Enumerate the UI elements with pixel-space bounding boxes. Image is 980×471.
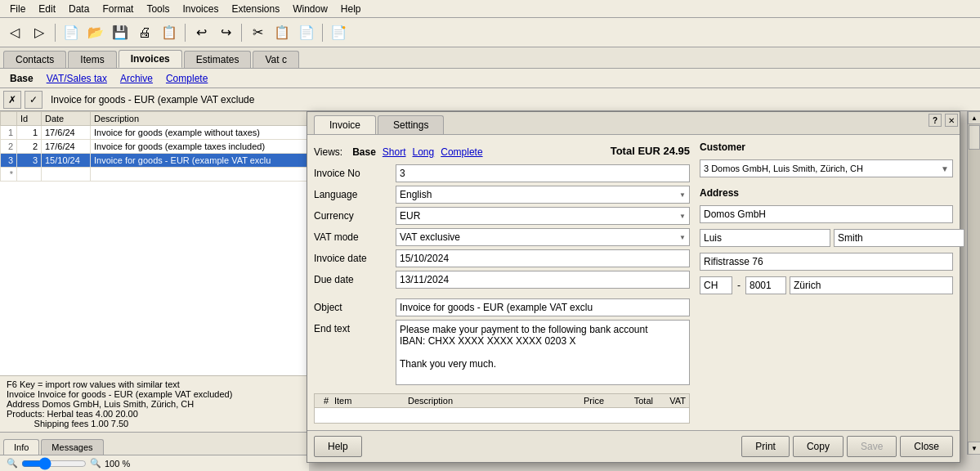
menu-extensions[interactable]: Extensions bbox=[225, 2, 286, 16]
close-button[interactable]: Close bbox=[900, 436, 953, 457]
end-text-input[interactable]: Please make your payment to the followin… bbox=[396, 320, 690, 385]
toolbar-redo[interactable]: ↪ bbox=[214, 21, 237, 44]
menu-tools[interactable]: Tools bbox=[140, 2, 176, 16]
address-firstname-input[interactable] bbox=[700, 229, 830, 247]
tab-messages[interactable]: Messages bbox=[41, 439, 103, 455]
toolbar-new[interactable]: 📄 bbox=[60, 21, 83, 44]
save-button[interactable]: Save bbox=[847, 436, 897, 457]
menu-help[interactable]: Help bbox=[334, 2, 368, 16]
menu-invoices[interactable]: Invoices bbox=[176, 2, 225, 16]
address-country-input[interactable] bbox=[700, 276, 732, 294]
zoom-plus-icon[interactable]: 🔍 bbox=[90, 458, 101, 469]
toolbar-cut[interactable]: ✂ bbox=[246, 21, 269, 44]
menu-format[interactable]: Format bbox=[96, 2, 140, 16]
spacer bbox=[314, 292, 690, 298]
view-base[interactable]: Base bbox=[352, 146, 376, 158]
object-input[interactable] bbox=[396, 298, 690, 316]
invoice-dialog: ✕ ? Invoice Settings Views: Base Short L… bbox=[307, 111, 960, 463]
toolbar-forward[interactable]: ▷ bbox=[28, 21, 51, 44]
items-table-body[interactable] bbox=[314, 407, 690, 424]
main-scrollbar[interactable]: ▲ ▼ bbox=[967, 111, 980, 455]
currency-row: Currency EUR bbox=[314, 207, 690, 225]
view-complete[interactable]: Complete bbox=[441, 146, 482, 158]
col-rownum bbox=[1, 112, 17, 126]
subtab-base[interactable]: Base bbox=[7, 71, 37, 86]
dialog-close-button[interactable]: ✕ bbox=[945, 114, 958, 127]
address-lastname-input[interactable] bbox=[834, 229, 964, 247]
help-button[interactable]: Help bbox=[314, 436, 362, 457]
zoom-slider[interactable] bbox=[21, 457, 87, 470]
row-id: 2 bbox=[17, 140, 42, 154]
customer-select[interactable]: 3 Domos GmbH, Luis Smith, Zürich, CH ▼ bbox=[700, 159, 953, 177]
toolbar-sep-2 bbox=[185, 24, 186, 42]
invoice-no-input[interactable] bbox=[396, 164, 690, 182]
toolbar-preview[interactable]: 📋 bbox=[158, 21, 181, 44]
menu-window[interactable]: Window bbox=[286, 2, 334, 16]
invoice-date-input[interactable] bbox=[396, 249, 690, 267]
zoom-minus-icon[interactable]: 🔍 bbox=[7, 458, 18, 469]
subtab-complete[interactable]: Complete bbox=[163, 71, 211, 86]
row-id: 3 bbox=[17, 154, 42, 168]
toolbar-undo[interactable]: ↩ bbox=[190, 21, 213, 44]
items-table-header: # Item Description Price Total VAT bbox=[314, 393, 690, 407]
copy-button[interactable]: Copy bbox=[793, 436, 844, 457]
tab-invoices[interactable]: Invoices bbox=[119, 50, 182, 68]
toolbar-open[interactable]: 📂 bbox=[84, 21, 107, 44]
currency-select[interactable]: EUR bbox=[396, 207, 690, 225]
address-postal-input[interactable] bbox=[745, 276, 786, 294]
dialog-help-icon[interactable]: ? bbox=[929, 114, 942, 127]
table-row-selected[interactable]: 3 3 15/10/24 Invoice for goods - EUR (ex… bbox=[1, 154, 308, 168]
scroll-track[interactable] bbox=[968, 124, 980, 442]
due-date-input[interactable] bbox=[396, 271, 690, 289]
shipping-info: Shipping fees 1.00 7.50 bbox=[7, 419, 302, 428]
record-confirm[interactable]: ✓ bbox=[25, 91, 43, 109]
row-desc: Invoice for goods - EUR (example VAT exc… bbox=[91, 154, 308, 168]
shortcut-hint: F6 Key = import row values with similar … bbox=[7, 379, 302, 389]
address-info: Address Domos GmbH, Luis Smith, Zürich, … bbox=[7, 399, 302, 409]
row-date: 17/6/24 bbox=[42, 126, 91, 140]
total-display: Total EUR 24.95 bbox=[611, 145, 690, 157]
subtab-archive[interactable]: Archive bbox=[117, 71, 156, 86]
tab-items[interactable]: Items bbox=[68, 51, 116, 68]
record-discard[interactable]: ✗ bbox=[3, 91, 21, 109]
toolbar-back[interactable]: ◁ bbox=[3, 21, 26, 44]
vat-mode-row: VAT mode VAT exclusive bbox=[314, 228, 690, 246]
menu-data[interactable]: Data bbox=[62, 2, 96, 16]
language-select[interactable]: English bbox=[396, 186, 690, 204]
address-company-input[interactable] bbox=[700, 205, 953, 223]
dialog-tab-settings[interactable]: Settings bbox=[378, 115, 444, 134]
toolbar-save[interactable]: 💾 bbox=[109, 21, 132, 44]
table-row[interactable]: 2 2 17/6/24 Invoice for goods (example t… bbox=[1, 140, 308, 154]
tab-info[interactable]: Info bbox=[3, 439, 39, 455]
toolbar-copy[interactable]: 📋 bbox=[271, 21, 293, 44]
view-long[interactable]: Long bbox=[413, 146, 435, 158]
menu-file[interactable]: File bbox=[3, 2, 32, 16]
address-street-input[interactable] bbox=[700, 253, 953, 271]
menu-edit[interactable]: Edit bbox=[32, 2, 62, 16]
tab-vat[interactable]: Vat c bbox=[253, 51, 298, 68]
table-row-empty[interactable]: * bbox=[1, 168, 308, 182]
print-button[interactable]: Print bbox=[741, 436, 790, 457]
dialog-tab-invoice[interactable]: Invoice bbox=[314, 115, 376, 134]
toolbar-print[interactable]: 🖨 bbox=[133, 21, 156, 44]
table-row[interactable]: 1 1 17/6/24 Invoice for goods (example w… bbox=[1, 126, 308, 140]
toolbar-bookmark[interactable]: 📄● bbox=[327, 21, 350, 44]
row-desc: Invoice for goods (example without taxes… bbox=[91, 126, 308, 140]
subtab-vat[interactable]: VAT/Sales tax bbox=[43, 71, 110, 86]
left-panel: Id Date Description 1 1 17/6/24 Invoice … bbox=[0, 111, 309, 455]
toolbar-paste[interactable]: 📄 bbox=[295, 21, 318, 44]
customer-label: Customer bbox=[700, 141, 953, 153]
invoice-date-label: Invoice date bbox=[314, 253, 396, 264]
bottom-info: F6 Key = import row values with similar … bbox=[0, 375, 309, 432]
tab-contacts[interactable]: Contacts bbox=[3, 51, 66, 68]
vat-mode-select[interactable]: VAT exclusive bbox=[396, 228, 690, 246]
scroll-down[interactable]: ▼ bbox=[968, 442, 980, 455]
address-section-label: Address bbox=[700, 187, 953, 199]
view-short[interactable]: Short bbox=[383, 146, 406, 158]
invoice-no-row: Invoice No bbox=[314, 164, 690, 182]
tab-estimates[interactable]: Estimates bbox=[184, 51, 252, 68]
scroll-up[interactable]: ▲ bbox=[968, 111, 980, 124]
address-city-input[interactable] bbox=[790, 276, 953, 294]
scroll-thumb[interactable] bbox=[969, 125, 980, 150]
language-label: Language bbox=[314, 189, 396, 200]
